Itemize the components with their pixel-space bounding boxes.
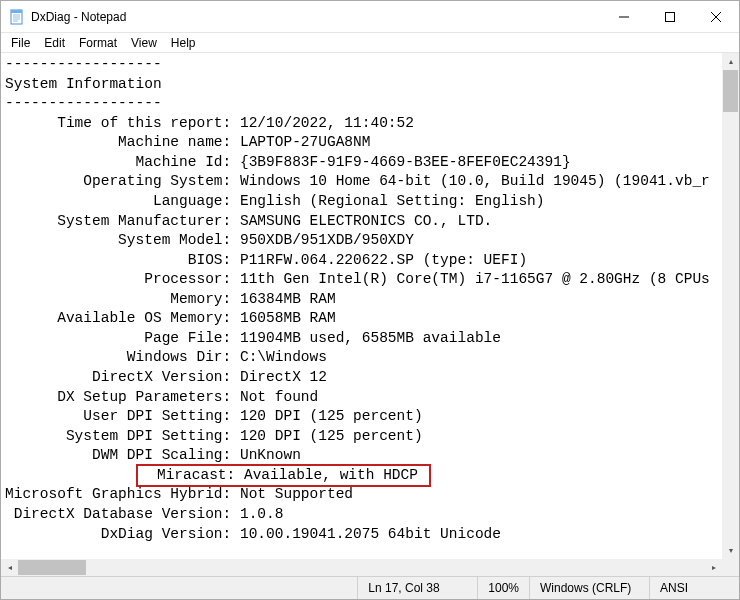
menu-file[interactable]: File <box>5 34 36 52</box>
text-line: Operating System: Windows 10 Home 64-bit… <box>5 172 718 192</box>
maximize-button[interactable] <box>647 1 693 33</box>
window-title: DxDiag - Notepad <box>31 10 601 24</box>
horizontal-scroll-track[interactable] <box>18 559 705 576</box>
text-editor[interactable]: ------------------System Information----… <box>1 53 722 559</box>
vertical-scrollbar[interactable]: ▴ ▾ <box>722 53 739 559</box>
text-line: System Manufacturer: SAMSUNG ELECTRONICS… <box>5 212 718 232</box>
text-line: DxDiag Version: 10.00.19041.2075 64bit U… <box>5 525 718 545</box>
minimize-button[interactable] <box>601 1 647 33</box>
menu-edit[interactable]: Edit <box>38 34 71 52</box>
text-line: Windows Dir: C:\Windows <box>5 348 718 368</box>
status-encoding: ANSI <box>649 577 739 599</box>
text-line: Machine Id: {3B9F883F-91F9-4669-B3EE-8FE… <box>5 153 718 173</box>
horizontal-scrollbar[interactable]: ◂ ▸ <box>1 559 739 576</box>
text-line: Memory: 16384MB RAM <box>5 290 718 310</box>
text-line: Time of this report: 12/10/2022, 11:40:5… <box>5 114 718 134</box>
text-line: Available OS Memory: 16058MB RAM <box>5 309 718 329</box>
menu-bar: File Edit Format View Help <box>1 33 739 53</box>
scroll-down-arrow[interactable]: ▾ <box>722 542 739 559</box>
editor-area: ------------------System Information----… <box>1 53 739 559</box>
scroll-right-arrow[interactable]: ▸ <box>705 559 722 576</box>
status-line-ending: Windows (CRLF) <box>529 577 649 599</box>
text-line: Language: English (Regional Setting: Eng… <box>5 192 718 212</box>
menu-format[interactable]: Format <box>73 34 123 52</box>
status-position: Ln 17, Col 38 <box>357 577 477 599</box>
scrollbar-corner <box>722 559 739 576</box>
miracast-highlight: Miracast: Available, with HDCP <box>136 464 431 488</box>
scroll-left-arrow[interactable]: ◂ <box>1 559 18 576</box>
text-line: BIOS: P11RFW.064.220622.SP (type: UEFI) <box>5 251 718 271</box>
menu-view[interactable]: View <box>125 34 163 52</box>
text-line: Machine name: LAPTOP-27UGA8NM <box>5 133 718 153</box>
horizontal-scroll-thumb[interactable] <box>18 560 86 575</box>
text-line: User DPI Setting: 120 DPI (125 percent) <box>5 407 718 427</box>
text-line: System DPI Setting: 120 DPI (125 percent… <box>5 427 718 447</box>
status-zoom: 100% <box>477 577 529 599</box>
text-line: Page File: 11904MB used, 6585MB availabl… <box>5 329 718 349</box>
svg-rect-7 <box>666 13 675 22</box>
notepad-icon <box>9 9 25 25</box>
text-line: DirectX Version: DirectX 12 <box>5 368 718 388</box>
text-line: Miracast: Available, with HDCP <box>5 466 718 486</box>
text-line: System Model: 950XDB/951XDB/950XDY <box>5 231 718 251</box>
window-controls <box>601 1 739 32</box>
text-line: ------------------ <box>5 94 718 114</box>
scroll-up-arrow[interactable]: ▴ <box>722 53 739 70</box>
status-bar: Ln 17, Col 38 100% Windows (CRLF) ANSI <box>1 576 739 599</box>
text-line: DX Setup Parameters: Not found <box>5 388 718 408</box>
text-line: ------------------ <box>5 55 718 75</box>
vertical-scroll-thumb[interactable] <box>723 70 738 112</box>
text-line: DirectX Database Version: 1.0.8 <box>5 505 718 525</box>
text-line: Processor: 11th Gen Intel(R) Core(TM) i7… <box>5 270 718 290</box>
text-line: System Information <box>5 75 718 95</box>
text-line: Microsoft Graphics Hybrid: Not Supported <box>5 485 718 505</box>
close-button[interactable] <box>693 1 739 33</box>
title-bar: DxDiag - Notepad <box>1 1 739 33</box>
svg-rect-1 <box>11 10 22 13</box>
menu-help[interactable]: Help <box>165 34 202 52</box>
